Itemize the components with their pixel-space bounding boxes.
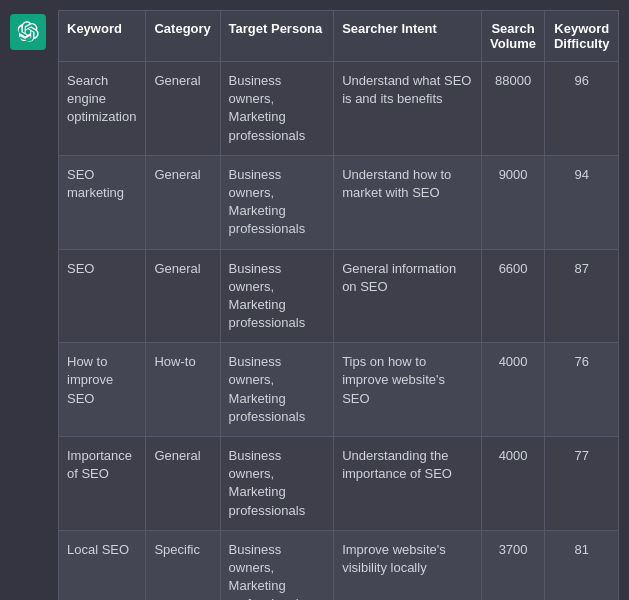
cell-volume: 9000 <box>481 155 545 249</box>
cell-keyword: Local SEO <box>59 530 146 600</box>
cell-category: How-to <box>146 343 220 437</box>
cell-persona: Business owners, Marketing professionals <box>220 249 334 343</box>
cell-difficulty: 76 <box>545 343 619 437</box>
cell-persona: Business owners, Marketing professionals <box>220 437 334 531</box>
table-row: How to improve SEOHow-toBusiness owners,… <box>59 343 619 437</box>
cell-keyword: SEO <box>59 249 146 343</box>
cell-keyword: SEO marketing <box>59 155 146 249</box>
table-header-row: Keyword Category Target Persona Searcher… <box>59 11 619 62</box>
table-row: Local SEOSpecificBusiness owners, Market… <box>59 530 619 600</box>
header-persona: Target Persona <box>220 11 334 62</box>
cell-volume: 4000 <box>481 343 545 437</box>
table-wrapper: Keyword Category Target Persona Searcher… <box>58 10 619 600</box>
cell-difficulty: 87 <box>545 249 619 343</box>
table-row: SEO marketingGeneralBusiness owners, Mar… <box>59 155 619 249</box>
header-keyword: Keyword <box>59 11 146 62</box>
cell-difficulty: 77 <box>545 437 619 531</box>
table-container: Keyword Category Target Persona Searcher… <box>58 10 619 600</box>
cell-keyword: Importance of SEO <box>59 437 146 531</box>
cell-category: General <box>146 249 220 343</box>
cell-persona: Business owners, Marketing professionals <box>220 343 334 437</box>
header-difficulty: Keyword Difficulty <box>545 11 619 62</box>
cell-intent: General information on SEO <box>334 249 482 343</box>
cell-difficulty: 94 <box>545 155 619 249</box>
cell-intent: Understanding the importance of SEO <box>334 437 482 531</box>
cell-persona: Business owners, Marketing professionals <box>220 530 334 600</box>
table-row: Importance of SEOGeneralBusiness owners,… <box>59 437 619 531</box>
cell-intent: Tips on how to improve website's SEO <box>334 343 482 437</box>
assistant-icon <box>10 14 46 50</box>
cell-intent: Understand what SEO is and its benefits <box>334 62 482 156</box>
header-volume: Search Volume <box>481 11 545 62</box>
seo-keywords-table: Keyword Category Target Persona Searcher… <box>58 10 619 600</box>
cell-volume: 6600 <box>481 249 545 343</box>
cell-intent: Improve website's visibility locally <box>334 530 482 600</box>
cell-keyword: Search engine optimization <box>59 62 146 156</box>
cell-category: General <box>146 437 220 531</box>
cell-intent: Understand how to market with SEO <box>334 155 482 249</box>
cell-volume: 88000 <box>481 62 545 156</box>
cell-volume: 3700 <box>481 530 545 600</box>
cell-difficulty: 81 <box>545 530 619 600</box>
cell-category: General <box>146 155 220 249</box>
cell-volume: 4000 <box>481 437 545 531</box>
cell-category: Specific <box>146 530 220 600</box>
table-row: SEOGeneralBusiness owners, Marketing pro… <box>59 249 619 343</box>
header-category: Category <box>146 11 220 62</box>
table-row: Search engine optimizationGeneralBusines… <box>59 62 619 156</box>
header-intent: Searcher Intent <box>334 11 482 62</box>
cell-persona: Business owners, Marketing professionals <box>220 155 334 249</box>
cell-keyword: How to improve SEO <box>59 343 146 437</box>
cell-difficulty: 96 <box>545 62 619 156</box>
cell-category: General <box>146 62 220 156</box>
cell-persona: Business owners, Marketing professionals <box>220 62 334 156</box>
